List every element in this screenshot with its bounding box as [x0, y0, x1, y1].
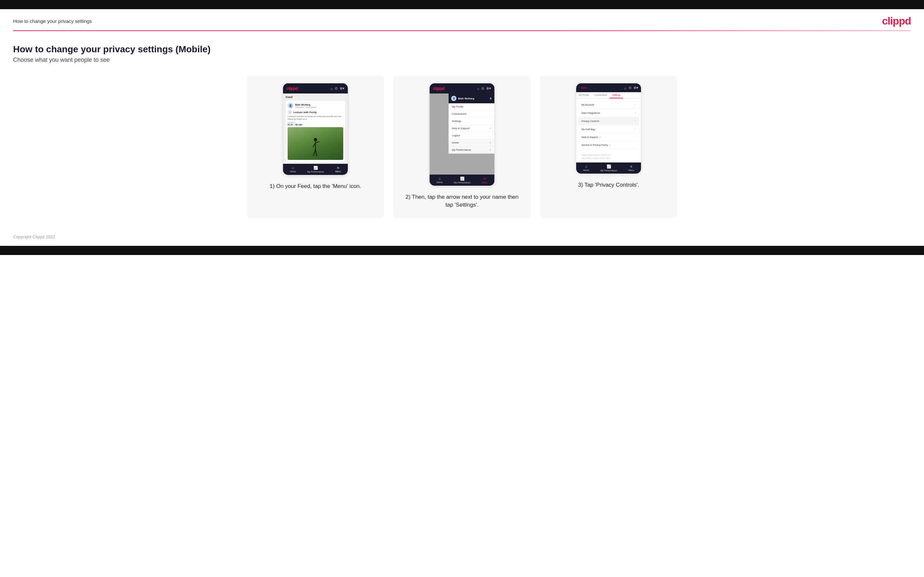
- feed-image: [288, 127, 343, 160]
- settings-row-my-golf-bag[interactable]: My Golf Bag ›: [578, 125, 639, 134]
- duration-value: 01 hr : 30 min: [288, 124, 343, 126]
- main-content: How to change your privacy settings (Mob…: [0, 31, 924, 225]
- bottom-performance-1: 📈 My Performance: [307, 166, 324, 173]
- user-icon-3: ⊙: [628, 85, 632, 90]
- bottom-home-1: ⌂ Home: [290, 166, 296, 173]
- page-title: How to change your privacy settings (Mob…: [13, 44, 911, 55]
- settings-version: Clippd Client Version: 2022.8.3-3 GQL Se…: [576, 151, 641, 163]
- dropdown-user-left: 👤 Blair McHarg: [451, 96, 474, 101]
- user-icon-1: ⊙: [335, 86, 338, 90]
- version-line2: GQL Server Version: 2022.7.30-1: [582, 157, 636, 160]
- feed-location: Yesterday · Sunningdale: [295, 106, 317, 108]
- feed-post: 👤 Blair McHarg Yesterday · Sunningdale ▷…: [286, 101, 345, 162]
- search-icon-1: ⌕: [331, 87, 333, 90]
- header: How to change your privacy settings clip…: [0, 9, 924, 31]
- settings-row-help-support[interactable]: Help & Support ↗: [578, 134, 639, 141]
- step-3-phone: < Back ⌕ ⊙ ⊕▾ My Profile Connections Set…: [576, 83, 641, 174]
- bottom-performance-3: 📈 My Performance: [600, 164, 617, 172]
- settings-row-service-privacy[interactable]: Service & Privacy Policy ↗: [578, 141, 639, 149]
- step-3-card: < Back ⌕ ⊙ ⊕▾ My Profile Connections Set…: [540, 75, 677, 218]
- menu-icon-3: ≡: [630, 164, 632, 168]
- steps-row: clippd ⌕ ⊙ ⊕▾ Feed 👤 Blair McHarg: [13, 75, 911, 218]
- footer: Copyright Clippd 2022: [0, 225, 924, 246]
- tab-settings[interactable]: Settings: [609, 92, 623, 98]
- close-icon-2: ✕: [483, 177, 486, 181]
- dropdown-home-section[interactable]: Home ∨: [449, 139, 494, 147]
- feed-label: Feed: [286, 95, 345, 99]
- performance-icon-3: 📈: [607, 164, 611, 169]
- tab-connections[interactable]: Connections: [591, 92, 609, 98]
- chevron-right-privacy: ›: [635, 119, 636, 122]
- step-2-phone: clippd ⌕ ⊙ ⊕▾ 👤 Blair McHarg: [429, 83, 495, 186]
- settings-list: My Account › Data Integrations › Privacy…: [578, 101, 639, 149]
- settings-icon-1: ⊕▾: [340, 86, 344, 90]
- home-icon-3: ⌂: [585, 164, 587, 168]
- svg-line-3: [315, 142, 319, 143]
- version-line1: Clippd Client Version: 2022.8.3-3: [582, 154, 636, 157]
- back-button[interactable]: < Back: [579, 86, 587, 89]
- settings-row-my-account[interactable]: My Account ›: [578, 101, 639, 109]
- bottom-bar: [0, 246, 924, 255]
- phone-nav-icons-3: ⌕ ⊙ ⊕▾: [624, 85, 638, 90]
- phone-nav-icons-1: ⌕ ⊙ ⊕▾: [331, 86, 344, 90]
- feed-description: Looking to feel like my hands are exitin…: [288, 115, 343, 121]
- settings-icon-3: ⊕▾: [633, 85, 638, 90]
- logo: clippd: [882, 15, 911, 27]
- dropdown-my-profile[interactable]: My Profile: [449, 103, 494, 111]
- phone-logo-1: clippd: [286, 86, 298, 91]
- dropdown-help-support[interactable]: Help & Support ↗: [449, 125, 494, 132]
- bottom-menu-label-3: Menu: [628, 169, 634, 171]
- feed-user-row: 👤 Blair McHarg Yesterday · Sunningdale: [288, 103, 343, 108]
- copyright: Copyright Clippd 2022: [13, 234, 55, 239]
- performance-icon-2: 📈: [460, 177, 465, 181]
- bottom-home-label-3: Home: [583, 169, 589, 171]
- ext-icon-policy: ↗: [609, 144, 611, 146]
- chevron-right-account: ›: [635, 103, 636, 106]
- settings-back-bar: < Back ⌕ ⊙ ⊕▾: [576, 83, 641, 92]
- step-1-phone: clippd ⌕ ⊙ ⊕▾ Feed 👤 Blair McHarg: [283, 83, 348, 175]
- phone-bottom-nav-2: ⌂ Home 📈 My Performance ✕ Menu: [430, 174, 494, 186]
- phone-bottom-nav-3: ⌂ Home 📈 My Performance ≡ Menu: [576, 163, 641, 174]
- dropdown-panel: 👤 Blair McHarg ∧ My Profile Connections: [449, 93, 494, 154]
- ext-icon-help: ↗: [599, 136, 601, 138]
- bottom-close-label-2: Menu: [481, 181, 488, 184]
- performance-icon-1: 📈: [313, 166, 318, 170]
- golfer-figure: [309, 137, 322, 160]
- bottom-home-3: ⌂ Home: [583, 164, 589, 172]
- top-bar: [0, 0, 924, 9]
- settings-row-privacy-controls[interactable]: Privacy Controls ›: [578, 117, 639, 125]
- screen1-body: Feed 👤 Blair McHarg Yesterday · Sunningd…: [283, 93, 348, 164]
- svg-line-4: [313, 149, 315, 156]
- dropdown-user-row: 👤 Blair McHarg ∧: [449, 93, 494, 103]
- feed-avatar: 👤: [288, 103, 294, 108]
- dropdown-connections[interactable]: Connections: [449, 111, 494, 118]
- home-icon-2: ⌂: [438, 177, 441, 181]
- step-3-description: 3) Tap 'Privacy Controls'.: [578, 181, 639, 189]
- dropdown-settings[interactable]: Settings: [449, 118, 494, 125]
- bottom-performance-label-3: My Performance: [600, 169, 617, 172]
- settings-row-data-integrations[interactable]: Data Integrations ›: [578, 109, 639, 117]
- dropdown-avatar: 👤: [451, 96, 456, 101]
- step-2-description: 2) Then, tap the arrow next to your name…: [401, 193, 523, 209]
- settings-icon-2: ⊕▾: [486, 86, 491, 90]
- search-icon-3: ⌕: [624, 86, 627, 90]
- phone-nav-icons-2: ⌕ ⊙ ⊕▾: [477, 86, 491, 90]
- bottom-menu-1: ≡ Menu: [335, 166, 341, 173]
- chevron-down-performance: ∨: [489, 148, 491, 152]
- dropdown-performance-section[interactable]: My Performance ∨: [449, 147, 494, 154]
- phone-bottom-nav-1: ⌂ Home 📈 My Performance ≡ Menu: [283, 164, 348, 175]
- page-subtitle: Choose what you want people to see: [13, 56, 911, 63]
- chevron-right-golf-bag: ›: [635, 127, 636, 131]
- dropdown-logout[interactable]: Logout: [449, 132, 494, 139]
- tab-my-profile[interactable]: My Profile: [576, 92, 591, 98]
- screen2-body: 👤 Blair McHarg ∧ My Profile Connections: [430, 93, 494, 174]
- bottom-menu-3: ≡ Menu: [628, 164, 634, 172]
- step-1-card: clippd ⌕ ⊙ ⊕▾ Feed 👤 Blair McHarg: [247, 75, 384, 218]
- feed-username: Blair McHarg: [295, 103, 317, 106]
- phone-logo-2: clippd: [433, 86, 444, 91]
- dropdown-username: Blair McHarg: [458, 97, 474, 100]
- search-icon-2: ⌕: [477, 87, 479, 90]
- bottom-home-2: ⌂ Home: [436, 177, 443, 184]
- bottom-home-label-2: Home: [436, 181, 443, 184]
- step-1-description: 1) On your Feed, tap the 'Menu' icon.: [270, 182, 361, 190]
